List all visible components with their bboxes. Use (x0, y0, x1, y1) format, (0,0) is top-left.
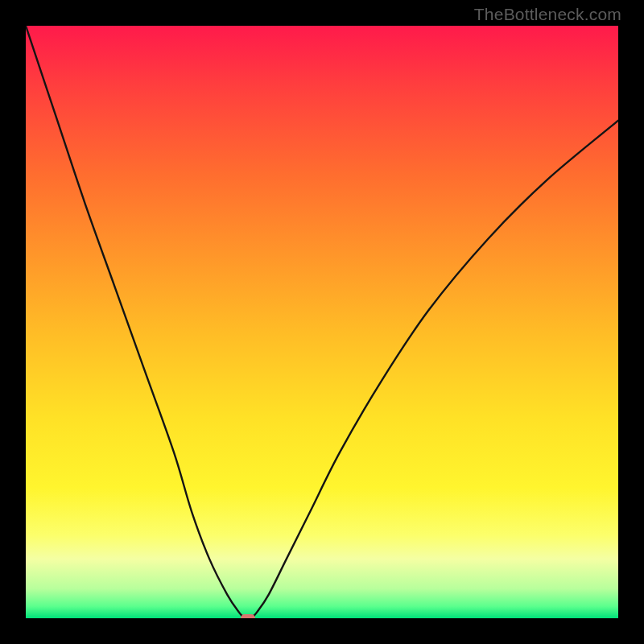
chart-frame: TheBottleneck.com (0, 0, 644, 644)
watermark-text: TheBottleneck.com (474, 5, 621, 24)
curve-svg (26, 26, 618, 618)
minimum-marker (241, 614, 255, 618)
plot-area (26, 26, 618, 618)
bottleneck-curve (26, 26, 618, 618)
